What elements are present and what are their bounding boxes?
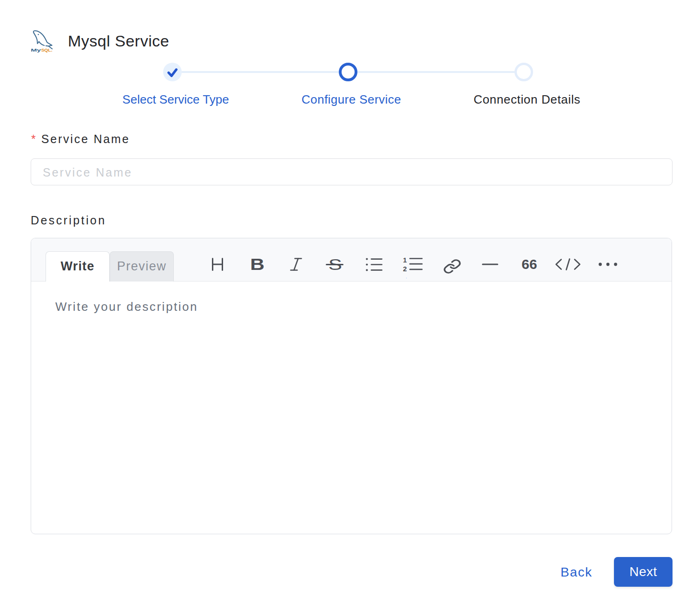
svg-text:My: My — [31, 47, 41, 52]
svg-text:1: 1 — [403, 257, 407, 264]
svg-text:2: 2 — [403, 265, 407, 272]
svg-text:SQL.: SQL. — [41, 47, 53, 52]
